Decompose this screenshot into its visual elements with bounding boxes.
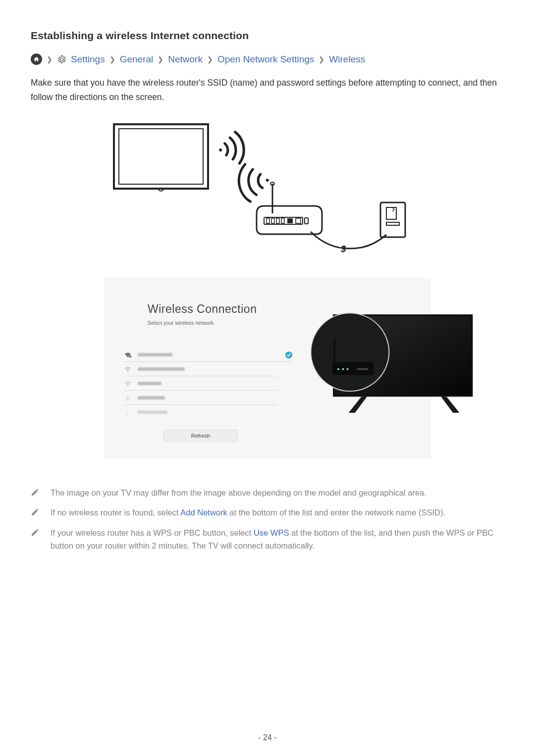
check-icon: [285, 352, 292, 358]
breadcrumb-network[interactable]: Network: [168, 54, 203, 65]
svg-point-14: [127, 371, 128, 372]
network-item-1[interactable]: [124, 348, 292, 362]
note-text: The image on your TV may differ from the…: [51, 486, 427, 499]
network-item-3[interactable]: [124, 376, 277, 391]
svg-point-24: [337, 368, 339, 370]
wifi-icon: [124, 395, 132, 402]
svg-rect-1: [119, 129, 203, 184]
network-item-2[interactable]: [124, 362, 277, 376]
network-item-4[interactable]: [124, 391, 277, 405]
svg-point-2: [219, 148, 222, 151]
note-text: If your wireless router has a WPS or PBC…: [51, 526, 504, 553]
chevron-right-icon: ❯: [319, 55, 324, 63]
chevron-right-icon: ❯: [207, 55, 213, 63]
svg-rect-12: [386, 222, 399, 225]
tv-illustration: [307, 302, 476, 430]
note-2: If no wireless router is found, select A…: [31, 506, 504, 519]
use-wps-link[interactable]: Use WPS: [254, 528, 289, 537]
svg-text:$: $: [340, 244, 346, 254]
wifi-icon: [124, 409, 132, 416]
note-3: If your wireless router has a WPS or PBC…: [31, 526, 504, 553]
svg-point-26: [347, 368, 349, 370]
breadcrumb-wireless[interactable]: Wireless: [329, 54, 365, 65]
page-number: - 24 -: [258, 733, 276, 742]
home-icon: [31, 53, 42, 65]
pencil-icon: [31, 528, 40, 539]
add-network-link[interactable]: Add Network: [180, 508, 227, 517]
gear-icon: [57, 54, 66, 64]
tv-ui-wireless-connection: Wireless Connection Select your wireless…: [104, 278, 431, 458]
svg-rect-27: [357, 368, 368, 370]
pencil-icon: [31, 507, 40, 518]
svg-point-3: [266, 178, 269, 182]
svg-rect-7: [296, 218, 301, 223]
svg-rect-8: [305, 218, 308, 224]
chevron-right-icon: ❯: [109, 55, 115, 63]
svg-rect-6: [287, 218, 293, 223]
connection-diagram: $: [109, 119, 426, 258]
svg-rect-23: [334, 338, 335, 363]
svg-rect-13: [129, 355, 132, 357]
pencil-icon: [31, 488, 40, 499]
chevron-right-icon: ❯: [158, 55, 163, 63]
svg-point-15: [127, 386, 128, 387]
wifi-icon: [124, 366, 132, 373]
svg-rect-11: [386, 207, 396, 219]
section-title: Establishing a wireless Internet connect…: [31, 30, 504, 42]
breadcrumb-open-net[interactable]: Open Network Settings: [217, 54, 314, 65]
svg-point-17: [127, 414, 128, 415]
svg-point-25: [342, 368, 344, 370]
wifi-lock-icon: [124, 352, 132, 358]
breadcrumb-settings[interactable]: Settings: [71, 54, 105, 65]
intro-text: Make sure that you have the wireless rou…: [31, 76, 504, 104]
refresh-button[interactable]: Refresh: [163, 430, 238, 442]
svg-point-16: [127, 400, 128, 401]
wifi-icon: [124, 380, 132, 387]
note-text: If no wireless router is found, select A…: [51, 506, 445, 519]
breadcrumb: ❯ Settings ❯ General ❯ Network ❯ Open Ne…: [31, 53, 504, 65]
note-1: The image on your TV may differ from the…: [31, 486, 504, 499]
svg-rect-0: [114, 124, 208, 189]
network-item-5[interactable]: [124, 405, 277, 419]
chevron-right-icon: ❯: [47, 55, 53, 63]
breadcrumb-general[interactable]: General: [120, 54, 154, 65]
